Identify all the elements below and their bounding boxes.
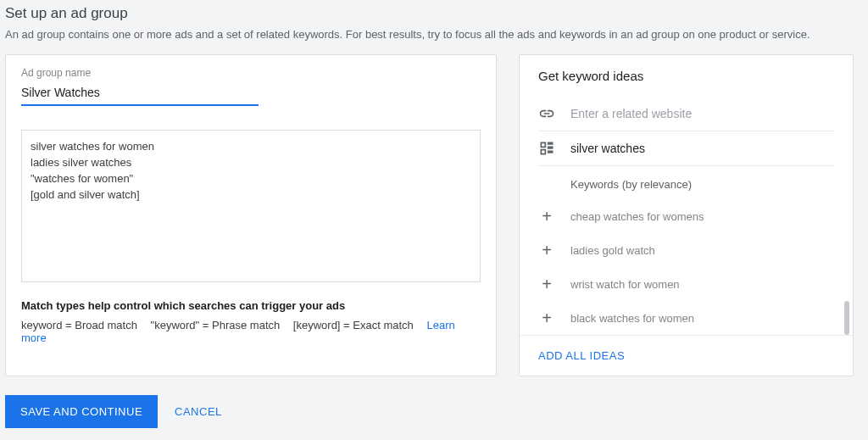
page-title: Set up an ad group (5, 5, 863, 22)
link-icon (538, 105, 555, 122)
ad-group-name-label: Ad group name (21, 67, 481, 79)
keyword-seed-row: silver watches (538, 131, 834, 166)
match-types-legend: keyword = Broad match "keyword" = Phrase… (21, 319, 481, 344)
keyword-seed-text: silver watches (570, 142, 645, 155)
keyword-suggestion-row: + black watches for women (538, 301, 834, 335)
related-website-input[interactable] (570, 107, 834, 120)
match-types-heading: Match types help control which searches … (21, 299, 481, 312)
grid-icon (538, 140, 555, 157)
keyword-suggestion-row: + cheap watches for womens (538, 199, 834, 233)
match-phrase-text: "keyword" = Phrase match (151, 319, 281, 331)
page-subtitle: An ad group contains one or more ads and… (5, 27, 863, 42)
keyword-suggestion-text: ladies gold watch (570, 244, 655, 257)
keyword-ideas-panel: Get keyword ideas silver watches Keyword… (519, 54, 854, 376)
keyword-suggestion-text: cheap watches for womens (570, 210, 704, 223)
keyword-suggestion-text: black watches for women (570, 312, 694, 325)
scrollbar-thumb[interactable] (844, 301, 849, 335)
match-broad-text: keyword = Broad match (21, 319, 137, 331)
keyword-suggestion-text: wrist watch for women (570, 278, 680, 291)
save-and-continue-button[interactable]: SAVE AND CONTINUE (5, 395, 158, 428)
ad-group-name-input[interactable] (21, 82, 259, 106)
keywords-textarea[interactable] (21, 130, 481, 282)
cancel-button[interactable]: CANCEL (175, 405, 222, 418)
add-keyword-icon[interactable]: + (538, 242, 555, 259)
add-all-ideas-button[interactable]: ADD ALL IDEAS (520, 335, 853, 376)
keyword-ideas-title: Get keyword ideas (538, 69, 834, 83)
ad-group-panel: Ad group name Match types help control w… (5, 54, 497, 376)
add-keyword-icon[interactable]: + (538, 309, 555, 326)
match-exact-text: [keyword] = Exact match (293, 319, 414, 331)
add-keyword-icon[interactable]: + (538, 208, 555, 225)
keyword-suggestion-row: + wrist watch for women (538, 267, 834, 301)
related-website-row (538, 97, 834, 131)
keywords-relevance-header: Keywords (by relevance) (538, 166, 834, 199)
add-keyword-icon[interactable]: + (538, 276, 555, 292)
keyword-suggestion-row: + ladies gold watch (538, 233, 834, 267)
